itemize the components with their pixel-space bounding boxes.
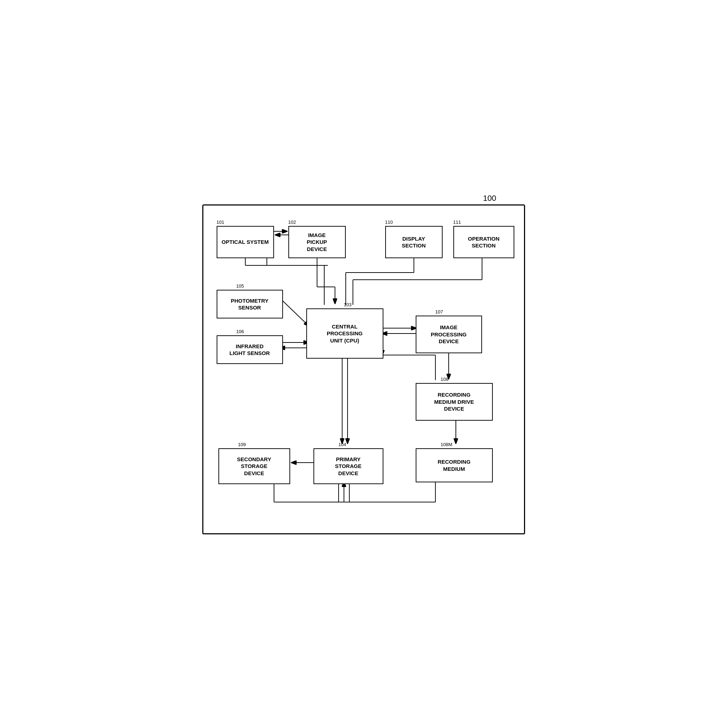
- operation-section-block: OPERATIONSECTION: [453, 226, 514, 258]
- optical-system-block: OPTICAL SYSTEM: [217, 226, 274, 258]
- recording-medium-drive-block: RECORDINGMEDIUM DRIVEDEVICE: [416, 383, 493, 421]
- primary-storage-block: PRIMARYSTORAGEDEVICE: [314, 448, 383, 484]
- infrared-light-label: INFRAREDLIGHT SENSOR: [230, 343, 270, 357]
- recording-medium-drive-label: RECORDINGMEDIUM DRIVEDEVICE: [434, 391, 474, 412]
- infrared-light-block: INFRAREDLIGHT SENSOR: [217, 335, 283, 364]
- diagram-wrapper: 100: [202, 194, 525, 534]
- diagram-title: 100: [483, 194, 496, 203]
- secondary-storage-label: SECONDARYSTORAGEDEVICE: [237, 456, 271, 477]
- display-section-block: DISPLAYSECTION: [385, 226, 442, 258]
- secondary-storage-block: SECONDARYSTORAGEDEVICE: [219, 448, 290, 484]
- image-processing-label: IMAGEPROCESSINGDEVICE: [431, 324, 467, 345]
- primary-storage-id: 104: [338, 442, 346, 447]
- secondary-storage-id: 109: [238, 442, 246, 447]
- optical-system-id: 101: [217, 219, 225, 225]
- image-pickup-label: IMAGEPICKUPDEVICE: [307, 232, 327, 253]
- infrared-light-id: 106: [236, 329, 244, 334]
- image-pickup-id: 102: [288, 219, 296, 225]
- cpu-block: CENTRALPROCESSINGUNIT (CPU): [306, 308, 383, 359]
- photometry-sensor-block: PHOTOMETRYSENSOR: [217, 290, 283, 318]
- recording-medium-block: RECORDINGMEDIUM: [416, 448, 493, 482]
- recording-medium-label: RECORDINGMEDIUM: [438, 458, 471, 472]
- photometry-sensor-id: 105: [236, 283, 244, 289]
- cpu-id: 103: [344, 302, 352, 307]
- recording-medium-id: 108M: [441, 442, 453, 447]
- cpu-label: CENTRALPROCESSINGUNIT (CPU): [327, 323, 363, 344]
- photometry-sensor-label: PHOTOMETRYSENSOR: [231, 297, 268, 311]
- operation-section-id: 111: [453, 219, 461, 225]
- display-section-label: DISPLAYSECTION: [402, 235, 426, 249]
- optical-system-label: OPTICAL SYSTEM: [222, 239, 269, 246]
- image-processing-id: 107: [435, 309, 443, 315]
- recording-medium-drive-id: 108: [441, 376, 449, 382]
- primary-storage-label: PRIMARYSTORAGEDEVICE: [335, 456, 361, 477]
- operation-section-label: OPERATIONSECTION: [468, 235, 499, 249]
- display-section-id: 110: [385, 219, 393, 225]
- image-pickup-block: IMAGEPICKUPDEVICE: [288, 226, 346, 258]
- image-processing-block: IMAGEPROCESSINGDEVICE: [416, 316, 482, 353]
